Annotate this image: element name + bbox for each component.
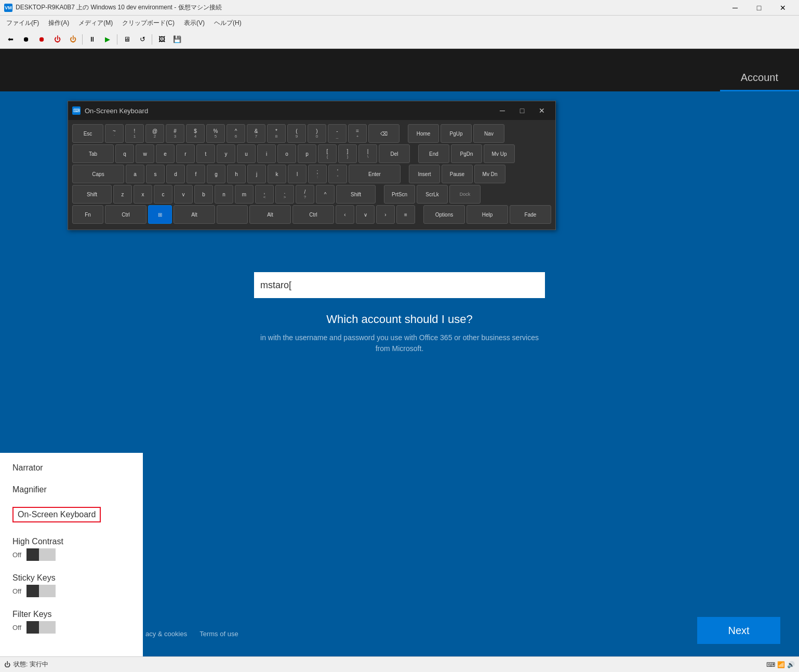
- key-win[interactable]: ⊞: [148, 205, 172, 224]
- key-0[interactable]: )0: [308, 124, 326, 143]
- toolbar-btn-img[interactable]: 🖼: [154, 33, 169, 46]
- key-tilde[interactable]: ~`: [105, 124, 124, 143]
- high-contrast-toggle[interactable]: [26, 548, 56, 561]
- key-pgdn[interactable]: PgDn: [451, 144, 482, 163]
- key-alt-left[interactable]: Alt: [174, 205, 215, 224]
- key-1[interactable]: !1: [125, 124, 144, 143]
- key-plus[interactable]: =+: [348, 124, 367, 143]
- key-z[interactable]: z: [113, 185, 132, 204]
- filter-keys-toggle[interactable]: [26, 621, 56, 634]
- key-lbracket[interactable]: [{: [318, 144, 337, 163]
- key-a[interactable]: a: [126, 165, 144, 183]
- key-e[interactable]: e: [156, 144, 175, 163]
- key-end[interactable]: End: [418, 144, 449, 163]
- menu-media[interactable]: メディア(M): [74, 17, 117, 30]
- key-u[interactable]: u: [237, 144, 256, 163]
- key-mvup[interactable]: Mv Up: [484, 144, 515, 163]
- key-esc[interactable]: Esc: [72, 124, 103, 143]
- key-o[interactable]: o: [277, 144, 296, 163]
- toolbar-btn-usb[interactable]: 💾: [170, 33, 184, 46]
- key-arrow-left[interactable]: ‹: [336, 205, 354, 224]
- toolbar-btn-play[interactable]: ▶: [100, 33, 115, 46]
- key-x[interactable]: x: [134, 185, 152, 204]
- toolbar-btn-1[interactable]: ⬅: [3, 33, 18, 46]
- key-pgup[interactable]: PgUp: [441, 124, 472, 143]
- narrator-label[interactable]: Narrator: [12, 463, 130, 473]
- key-4[interactable]: $4: [186, 124, 205, 143]
- key-c[interactable]: c: [154, 185, 172, 204]
- key-pause[interactable]: Pause: [442, 165, 473, 183]
- key-9[interactable]: (9: [287, 124, 306, 143]
- toolbar-btn-stop[interactable]: ⏺: [34, 33, 49, 46]
- toolbar-btn-power2[interactable]: ⏻: [65, 33, 80, 46]
- key-q[interactable]: q: [115, 144, 134, 163]
- osk-label[interactable]: On-Screen Keyboard: [12, 507, 101, 522]
- key-p[interactable]: p: [298, 144, 316, 163]
- key-backspace[interactable]: ⌫: [368, 124, 400, 143]
- key-ctrl-right[interactable]: Ctrl: [292, 205, 334, 224]
- magnifier-label[interactable]: Magnifier: [12, 485, 130, 494]
- menu-file[interactable]: ファイル(F): [2, 17, 43, 30]
- key-home[interactable]: Home: [408, 124, 439, 143]
- key-mvdn[interactable]: Mv Dn: [474, 165, 505, 183]
- account-input[interactable]: [254, 272, 545, 298]
- toolbar-btn-refresh[interactable]: ↺: [135, 33, 150, 46]
- next-button[interactable]: Next: [697, 617, 780, 644]
- sticky-keys-toggle[interactable]: [26, 585, 56, 597]
- key-space[interactable]: [217, 205, 248, 224]
- key-fade[interactable]: Fade: [510, 205, 551, 224]
- account-tab[interactable]: Account: [720, 65, 799, 91]
- key-g[interactable]: g: [207, 165, 225, 183]
- key-rbracket[interactable]: ]}: [338, 144, 357, 163]
- key-t[interactable]: t: [196, 144, 215, 163]
- terms-link[interactable]: Terms of use: [199, 630, 238, 638]
- toolbar-btn-power[interactable]: ⏻: [50, 33, 64, 46]
- privacy-link[interactable]: acy & cookies: [145, 630, 187, 638]
- menu-help[interactable]: ヘルプ(H): [210, 17, 246, 30]
- toolbar-btn-pause[interactable]: ⏸: [85, 33, 99, 46]
- key-scrlk[interactable]: ScrLk: [417, 185, 448, 204]
- toolbar-btn-2[interactable]: ⏺: [19, 33, 33, 46]
- key-options[interactable]: Options: [423, 205, 465, 224]
- key-8[interactable]: *8: [267, 124, 286, 143]
- key-alt-right[interactable]: Alt: [249, 205, 291, 224]
- osk-restore[interactable]: □: [513, 103, 531, 118]
- key-k[interactable]: k: [268, 165, 286, 183]
- key-caps[interactable]: Caps: [72, 165, 124, 183]
- key-y[interactable]: y: [217, 144, 235, 163]
- key-slash[interactable]: /?: [296, 185, 314, 204]
- minimize-button[interactable]: ─: [723, 0, 747, 16]
- osk-close[interactable]: ✕: [532, 103, 551, 118]
- key-dock[interactable]: Dock: [449, 185, 481, 204]
- key-minus[interactable]: -_: [328, 124, 347, 143]
- key-quote[interactable]: '": [328, 165, 347, 183]
- key-w[interactable]: w: [136, 144, 154, 163]
- key-insert[interactable]: Insert: [409, 165, 440, 183]
- key-6[interactable]: ^6: [227, 124, 245, 143]
- key-7[interactable]: &7: [247, 124, 265, 143]
- osk-minimize[interactable]: ─: [493, 103, 512, 118]
- key-prtscn[interactable]: PrtScn: [384, 185, 415, 204]
- key-menu[interactable]: ≡: [396, 205, 415, 224]
- key-help[interactable]: Help: [467, 205, 508, 224]
- key-comma[interactable]: ,<: [255, 185, 274, 204]
- key-3[interactable]: #3: [166, 124, 184, 143]
- key-period[interactable]: .>: [275, 185, 294, 204]
- maximize-button[interactable]: □: [747, 0, 771, 16]
- key-ctrl-left[interactable]: Ctrl: [105, 205, 147, 224]
- key-v[interactable]: v: [174, 185, 193, 204]
- key-d[interactable]: d: [166, 165, 185, 183]
- key-f[interactable]: f: [187, 165, 205, 183]
- key-arrow-down[interactable]: ∨: [356, 205, 375, 224]
- key-b[interactable]: b: [194, 185, 213, 204]
- key-shift-left[interactable]: Shift: [72, 185, 112, 204]
- key-i[interactable]: i: [257, 144, 276, 163]
- key-arrow-right[interactable]: ›: [376, 205, 395, 224]
- key-enter[interactable]: Enter: [349, 165, 401, 183]
- toolbar-btn-vm[interactable]: 🖥: [119, 33, 134, 46]
- key-s[interactable]: s: [146, 165, 165, 183]
- key-tab[interactable]: Tab: [72, 144, 114, 163]
- key-backslash[interactable]: |\: [358, 144, 377, 163]
- key-nav[interactable]: Nav: [473, 124, 504, 143]
- key-r[interactable]: r: [176, 144, 195, 163]
